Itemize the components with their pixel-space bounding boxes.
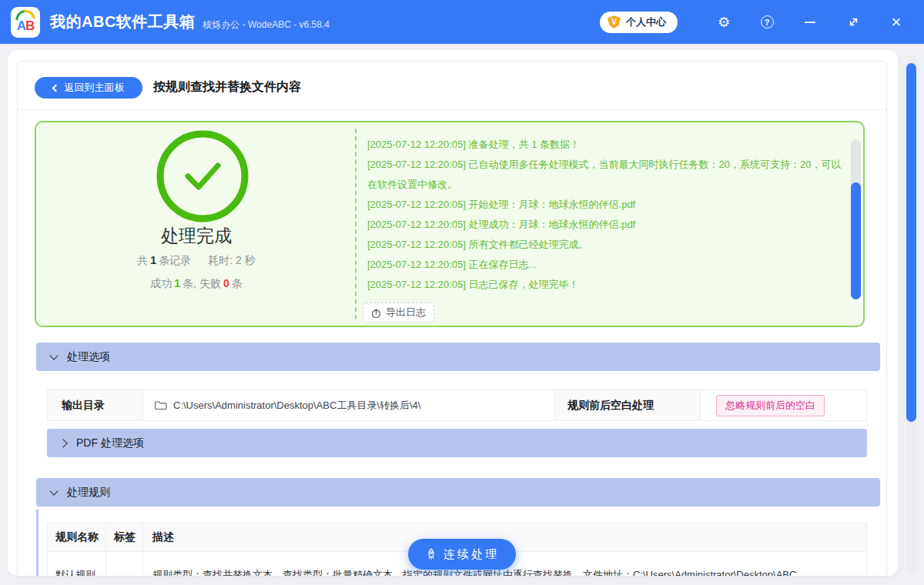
vip-badge-icon: V	[608, 15, 621, 28]
log-scrollbar-thumb[interactable]	[851, 182, 861, 299]
log-entry: [2025-07-12 12:20:05] 日志已保存，处理完毕！	[367, 275, 843, 295]
close-button[interactable]: ×	[875, 14, 918, 31]
help-icon: ?	[761, 15, 774, 28]
section-processing-rules[interactable]: 处理规则	[36, 478, 880, 506]
user-center-button[interactable]: V 个人中心	[600, 12, 678, 33]
chevron-down-icon	[49, 486, 58, 495]
back-to-dashboard-button[interactable]: 返回到主面板	[35, 77, 142, 99]
stats-line-2: 成功1条, 失败0条	[36, 277, 357, 291]
header-rule-name: 规则名称	[48, 523, 106, 551]
user-center-label: 个人中心	[626, 15, 666, 29]
whitespace-value: 忽略规则前后的空白	[701, 390, 866, 420]
main-card: 返回到主面板 按规则查找并替换文件内容 处理完成 共1条记录耗时: 2 秒 成功…	[8, 50, 898, 576]
export-log-label: 导出日志	[386, 306, 426, 319]
result-panel: 处理完成 共1条记录耗时: 2 秒 成功1条, 失败0条 [2025-07-12…	[35, 121, 865, 327]
settings-button[interactable]: ⚙	[702, 15, 745, 29]
content-panel: 返回到主面板 按规则查找并替换文件内容 处理完成 共1条记录耗时: 2 秒 成功…	[17, 61, 887, 576]
header-tag: 标签	[106, 523, 143, 551]
app-subtitle: 核烁办公 - WodeABC - v6.58.4	[203, 18, 330, 32]
chevron-left-icon	[52, 85, 59, 92]
log-entry: [2025-07-12 12:20:05] 正在保存日志...	[367, 255, 843, 275]
app-logo-icon: AB	[11, 7, 40, 38]
continue-label: 连续处理	[444, 547, 499, 562]
rule-tag-cell	[106, 552, 143, 576]
total-count: 1	[150, 254, 156, 266]
whitespace-tag[interactable]: 忽略规则前后的空白	[716, 395, 825, 416]
app-logo-text: AB	[17, 19, 35, 32]
header-divider	[18, 109, 886, 110]
export-log-button[interactable]: 导出日志	[363, 303, 434, 323]
close-icon: ×	[892, 14, 902, 31]
success-count: 1	[174, 277, 180, 289]
chevron-down-icon	[49, 351, 58, 359]
output-dir-label: 输出目录	[48, 390, 143, 420]
page-title: 按规则查找并替换文件内容	[153, 79, 301, 95]
section-pdf-options[interactable]: PDF 处理选项	[47, 429, 867, 457]
rules-accent-line	[36, 510, 38, 576]
log-divider	[355, 129, 357, 319]
log-list: [2025-07-12 12:20:05] 准备处理，共 1 条数据！ [202…	[367, 135, 843, 295]
output-dir-value[interactable]: C:\Users\Administrator\Desktop\ABC工具目录\转…	[143, 390, 554, 420]
output-dir-path: C:\Users\Administrator\Desktop\ABC工具目录\转…	[173, 399, 420, 413]
main-scrollbar[interactable]	[906, 54, 916, 573]
stats-line-1: 共1条记录耗时: 2 秒	[36, 254, 357, 268]
whitespace-label: 规则前后空白处理	[554, 390, 701, 420]
rule-name-cell: 默认规则	[48, 552, 106, 576]
upload-icon	[371, 308, 381, 318]
log-scrollbar[interactable]	[851, 139, 861, 299]
resize-button[interactable]	[832, 16, 875, 28]
chevron-right-icon	[59, 439, 67, 447]
app-window: AB 我的ABC软件工具箱 核烁办公 - WodeABC - v6.58.4 V…	[0, 0, 924, 585]
folder-icon	[155, 400, 167, 410]
rocket-icon	[425, 548, 437, 560]
minimize-icon	[805, 22, 815, 23]
main-scrollbar-thumb[interactable]	[906, 63, 916, 422]
expand-icon	[848, 16, 859, 28]
app-title: 我的ABC软件工具箱	[50, 12, 195, 32]
titlebar: AB 我的ABC软件工具箱 核烁办公 - WodeABC - v6.58.4 V…	[0, 0, 924, 44]
back-button-label: 返回到主面板	[65, 81, 125, 95]
output-dir-row: 输出目录 C:\Users\Administrator\Desktop\ABC工…	[47, 389, 867, 421]
result-summary: 处理完成 共1条记录耗时: 2 秒 成功1条, 失败0条	[36, 122, 357, 326]
minimize-button[interactable]	[788, 22, 832, 23]
fail-count: 0	[223, 277, 229, 289]
status-title: 处理完成	[36, 224, 357, 248]
log-entry: [2025-07-12 12:20:05] 开始处理：月球：地球永恒的伴侣.pd…	[367, 195, 843, 215]
success-check-icon	[153, 127, 252, 226]
log-entry: [2025-07-12 12:20:05] 所有文件都已经处理完成。	[367, 235, 843, 255]
section-processing-options[interactable]: 处理选项	[36, 343, 880, 371]
continue-processing-button[interactable]: 连续处理	[408, 539, 516, 570]
log-entry: [2025-07-12 12:20:05] 处理成功：月球：地球永恒的伴侣.pd…	[367, 215, 843, 235]
help-button[interactable]: ?	[745, 15, 788, 28]
log-entry: [2025-07-12 12:20:05] 准备处理，共 1 条数据！	[367, 135, 843, 155]
gear-icon: ⚙	[718, 15, 730, 29]
log-entry: [2025-07-12 12:20:05] 已自动使用多任务处理模式，当前最大同…	[367, 155, 843, 195]
